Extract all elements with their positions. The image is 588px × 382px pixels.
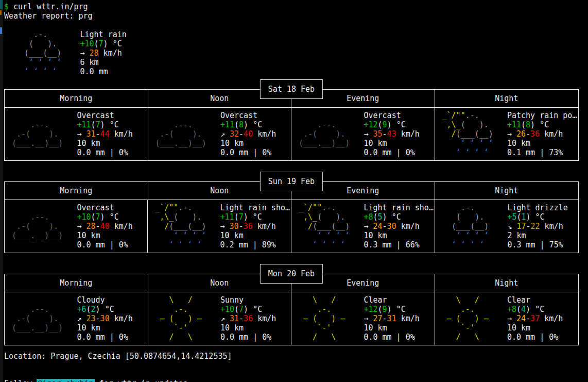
period-header: Night — [435, 182, 579, 200]
period-header: Night — [435, 90, 579, 108]
weather-info: Patchy rain po…+11(8) °C→ 26-36 km/h10 k… — [507, 111, 577, 157]
weather-icon: .--. .-( ). (___.__)__) — [7, 111, 77, 157]
weather-cell: .--. .-( ). (___.__)__) Overcast+10(7) °… — [5, 200, 148, 253]
weather-icon: \ / .-. ― ( ) ― `-' / \ — [151, 295, 220, 342]
weather-info: Overcast+11(8) °C↗ 32-40 km/h10 km0.0 mm… — [220, 111, 290, 157]
twitter-handle[interactable]: @igor_chubin — [37, 379, 94, 382]
weather-icon: _`/"".-. ,\_( ). /(___(__) ʻ ʻ ʻ ʻ ʻ ʻ ʻ… — [438, 111, 507, 157]
weather-cell: _`/"".-. ,\_( ). /(___(__) ʻ ʻ ʻ ʻ ʻ ʻ ʻ… — [291, 200, 435, 253]
weather-icon: .--. .-( ). (___.__)__) — [294, 111, 364, 157]
weather-cell: .--. .-( ). (___.__)__) Cloudy+6(2) °C↗ … — [5, 292, 148, 345]
command-line: $ curl wttr.in/prg — [4, 2, 588, 11]
weather-icon: .-. ( ). (___(__) ʻ ʻ ʻ ʻ ʻ ʻ ʻ ʻ — [438, 203, 507, 250]
forecast-body-row: .--. .-( ). (___.__)__) Cloudy+6(2) °C↗ … — [5, 292, 578, 345]
weather-icon: .--. .-( ). (___.__)__) — [7, 203, 77, 250]
weather-info: Cloudy+6(2) °C↗ 23-30 km/h10 km0.0 mm | … — [77, 295, 146, 342]
forecast-day-section: Sat 18 FebMorningNoonEveningNight .--. .… — [4, 79, 579, 161]
location-line: Location: Prague, Czechia [50.0874654,14… — [4, 352, 588, 361]
period-header: Morning — [5, 182, 148, 200]
follow-prefix: Follow — [4, 379, 37, 382]
follow-suffix: for wttr.in updates — [95, 379, 188, 382]
weather-info: Clear+12(9) °C→ 27-31 km/h10 km0.0 mm | … — [364, 295, 433, 342]
weather-icon: \ / .-. ― ( ) ― `-' / \ — [294, 295, 364, 342]
forecast-body-row: .--. .-( ). (___.__)__) Overcast+11(7) °… — [5, 108, 578, 160]
terminal-window[interactable]: $ curl wttr.in/prg Weather report: prg .… — [0, 0, 588, 382]
terminal-gutter — [0, 0, 3, 382]
forecast-table: MorningNoonEveningNight .--. .-( ). (___… — [4, 274, 579, 345]
weather-cell: _`/"".-. ,\_( ). /(___(__) ʻ ʻ ʻ ʻ ʻ ʻ ʻ… — [435, 108, 579, 160]
output-mark-icon — [0, 10, 2, 15]
forecast-table: MorningNoonEveningNight .--. .-( ). (___… — [4, 89, 579, 161]
weather-cell: .--. .-( ). (___.__)__) Overcast+12(9) °… — [291, 108, 435, 160]
weather-cell: \ / .-. ― ( ) ― `-' / \ Sunny+10(7) °C↗ … — [148, 292, 292, 345]
weather-icon: \ / .-. ― ( ) ― `-' / \ — [438, 295, 507, 342]
weather-cell: .--. .-( ). (___.__)__) Overcast+11(7) °… — [5, 108, 148, 160]
day-title: Mon 20 Feb — [260, 264, 323, 284]
current-weather-icon: .-. ( ). (___(__) ʻ ʻ ʻ ʻ ʻ ʻ ʻ ʻ — [10, 30, 80, 76]
weather-icon: .--. .-( ). (___.__)__) — [7, 295, 77, 342]
period-header: Morning — [5, 274, 148, 292]
weather-cell: .-. ( ). (___(__) ʻ ʻ ʻ ʻ ʻ ʻ ʻ ʻ Light … — [435, 200, 578, 253]
weather-info: Overcast+12(9) °C→ 35-43 km/h10 km0.0 mm… — [364, 111, 433, 157]
weather-cell: .--. .-( ). (___.__)__) Overcast+11(8) °… — [148, 108, 292, 160]
weather-icon: .--. .-( ). (___.__)__) — [151, 111, 220, 157]
weather-info: Light rain sho…+11(7) °C→ 30-36 km/h10 k… — [220, 203, 290, 250]
shell-prompt: $ — [4, 2, 9, 11]
current-weather-info: Light rain+10(7) °C→ 28 km/h6 km0.0 mm — [80, 30, 588, 76]
weather-info: Clear+8(4) °C→ 24-37 km/h10 km0.0 mm | 0… — [507, 295, 577, 342]
weather-info: Overcast+10(7) °C→ 28-40 km/h10 km0.0 mm… — [77, 203, 146, 250]
forecast-day-section: Sun 19 FebMorningNoonEveningNight .--. .… — [4, 172, 579, 253]
current-conditions: .-. ( ). (___(__) ʻ ʻ ʻ ʻ ʻ ʻ ʻ ʻ Light … — [10, 30, 588, 76]
forecast-body-row: .--. .-( ). (___.__)__) Overcast+10(7) °… — [5, 200, 578, 253]
shell-command: curl wttr.in/prg — [9, 2, 88, 11]
follow-line: Follow @igor_chubin for wttr.in updates — [4, 379, 588, 382]
prompt-mark-icon — [0, 0, 3, 9]
weather-info: Sunny+10(7) °C↗ 31-36 km/h10 km0.0 mm | … — [220, 295, 290, 342]
weather-info: Light drizzle+5(1) °C↘ 17-22 km/h2 km0.3… — [507, 203, 577, 250]
weather-icon: _`/"".-. ,\_( ). /(___(__) ʻ ʻ ʻ ʻ ʻ ʻ ʻ… — [150, 203, 220, 250]
period-header: Night — [435, 274, 579, 292]
forecast-day-section: Mon 20 FebMorningNoonEveningNight .--. .… — [4, 264, 579, 345]
report-title: Weather report: prg — [4, 11, 588, 21]
day-title: Sat 18 Feb — [260, 79, 323, 99]
forecast-table: MorningNoonEveningNight .--. .-( ). (___… — [4, 181, 579, 253]
blank-line — [4, 21, 588, 30]
forecast-days: Sat 18 FebMorningNoonEveningNight .--. .… — [4, 79, 588, 345]
weather-cell: \ / .-. ― ( ) ― `-' / \ Clear+8(4) °C→ 2… — [435, 292, 579, 345]
period-header: Morning — [5, 90, 148, 108]
weather-info: Light rain sho…+8(5) °C→ 24-30 km/h10 km… — [364, 203, 433, 250]
weather-cell: \ / .-. ― ( ) ― `-' / \ Clear+12(9) °C→ … — [291, 292, 435, 345]
day-title: Sun 19 Feb — [260, 172, 323, 191]
weather-cell: _`/"".-. ,\_( ). /(___(__) ʻ ʻ ʻ ʻ ʻ ʻ ʻ… — [148, 200, 291, 253]
weather-info: Overcast+11(7) °C→ 31-44 km/h10 km0.0 mm… — [77, 111, 146, 157]
scroll-mark-icon — [0, 27, 2, 34]
weather-icon: _`/"".-. ,\_( ). /(___(__) ʻ ʻ ʻ ʻ ʻ ʻ ʻ… — [294, 203, 364, 250]
